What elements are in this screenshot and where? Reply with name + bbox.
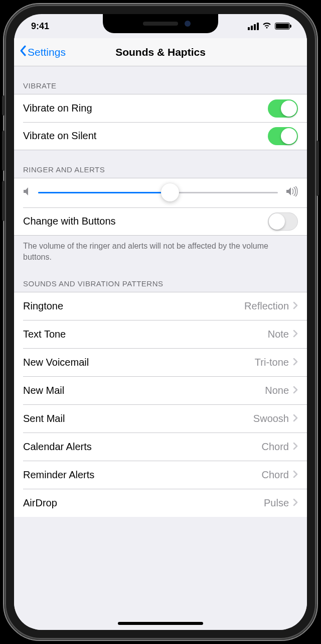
volume-up-button xyxy=(2,131,5,171)
home-indicator[interactable] xyxy=(118,622,203,625)
change-with-buttons-row[interactable]: Change with Buttons xyxy=(14,207,307,236)
pattern-value: Swoosh xyxy=(253,413,289,424)
pattern-value: Pulse xyxy=(264,497,289,509)
chevron-right-icon xyxy=(293,413,298,424)
chevron-right-icon xyxy=(293,329,298,340)
ringer-footer: The volume of the ringer and alerts will… xyxy=(14,236,307,264)
change-with-buttons-label: Change with Buttons xyxy=(23,216,116,227)
wifi-icon xyxy=(262,21,272,32)
section-header-patterns: SOUNDS AND VIBRATION PATTERNS xyxy=(14,264,307,292)
pattern-value: None xyxy=(265,385,289,396)
pattern-row[interactable]: RingtoneReflection xyxy=(14,292,307,320)
pattern-label: Reminder Alerts xyxy=(23,469,94,481)
volume-down-button xyxy=(2,181,5,221)
pattern-value: Tri-tone xyxy=(255,357,289,368)
back-label: Settings xyxy=(28,46,66,58)
pattern-row[interactable]: New VoicemailTri-tone xyxy=(14,348,307,376)
screen: 9:41 Settings Sounds & Haptics VIBRATE xyxy=(14,14,307,630)
vibrate-on-silent-label: Vibrate on Silent xyxy=(23,130,96,142)
pattern-label: Calendar Alerts xyxy=(23,441,92,453)
cellular-signal-icon xyxy=(248,23,259,30)
vibrate-on-ring-toggle[interactable] xyxy=(268,99,298,118)
pattern-value: Note xyxy=(268,329,289,340)
chevron-right-icon xyxy=(293,441,298,453)
vibrate-on-silent-toggle[interactable] xyxy=(268,127,298,145)
vibrate-on-silent-row[interactable]: Vibrate on Silent xyxy=(14,122,307,150)
pattern-row[interactable]: AirDropPulse xyxy=(14,489,307,517)
pattern-row[interactable]: Reminder AlertsChord xyxy=(14,461,307,489)
pattern-label: New Mail xyxy=(23,385,64,396)
pattern-value: Chord xyxy=(262,441,289,453)
chevron-right-icon xyxy=(293,300,298,312)
section-header-vibrate: VIBRATE xyxy=(14,66,307,94)
battery-icon xyxy=(275,23,290,30)
chevron-right-icon xyxy=(293,385,298,396)
status-time: 9:41 xyxy=(31,21,49,32)
volume-high-icon xyxy=(286,186,298,198)
pattern-label: New Voicemail xyxy=(23,357,89,368)
vibrate-on-ring-label: Vibrate on Ring xyxy=(23,102,92,114)
side-button xyxy=(316,141,319,196)
pattern-row[interactable]: Sent MailSwoosh xyxy=(14,404,307,433)
pattern-value: Chord xyxy=(262,469,289,481)
mute-switch xyxy=(2,95,5,116)
ringer-volume-slider[interactable] xyxy=(38,192,278,193)
pattern-row[interactable]: Calendar AlertsChord xyxy=(14,433,307,461)
pattern-label: Text Tone xyxy=(23,329,66,340)
pattern-label: AirDrop xyxy=(23,497,57,509)
pattern-label: Sent Mail xyxy=(23,413,65,424)
back-button[interactable]: Settings xyxy=(14,45,66,59)
pattern-row[interactable]: New MailNone xyxy=(14,376,307,404)
phone-frame: 9:41 Settings Sounds & Haptics VIBRATE xyxy=(5,5,316,639)
nav-bar: Settings Sounds & Haptics xyxy=(14,38,307,66)
chevron-right-icon xyxy=(293,497,298,509)
section-header-ringer: RINGER AND ALERTS xyxy=(14,150,307,178)
content-scroll[interactable]: VIBRATE Vibrate on Ring Vibrate on Silen… xyxy=(14,66,307,630)
chevron-left-icon xyxy=(19,45,27,59)
vibrate-on-ring-row[interactable]: Vibrate on Ring xyxy=(14,94,307,122)
ringer-volume-row xyxy=(14,178,307,207)
pattern-value: Reflection xyxy=(244,300,289,312)
notch xyxy=(103,14,218,33)
pattern-label: Ringtone xyxy=(23,300,63,312)
volume-low-icon xyxy=(23,187,30,198)
slider-thumb[interactable] xyxy=(161,183,179,201)
chevron-right-icon xyxy=(293,357,298,368)
chevron-right-icon xyxy=(293,469,298,481)
change-with-buttons-toggle[interactable] xyxy=(268,212,298,231)
pattern-row[interactable]: Text ToneNote xyxy=(14,320,307,348)
